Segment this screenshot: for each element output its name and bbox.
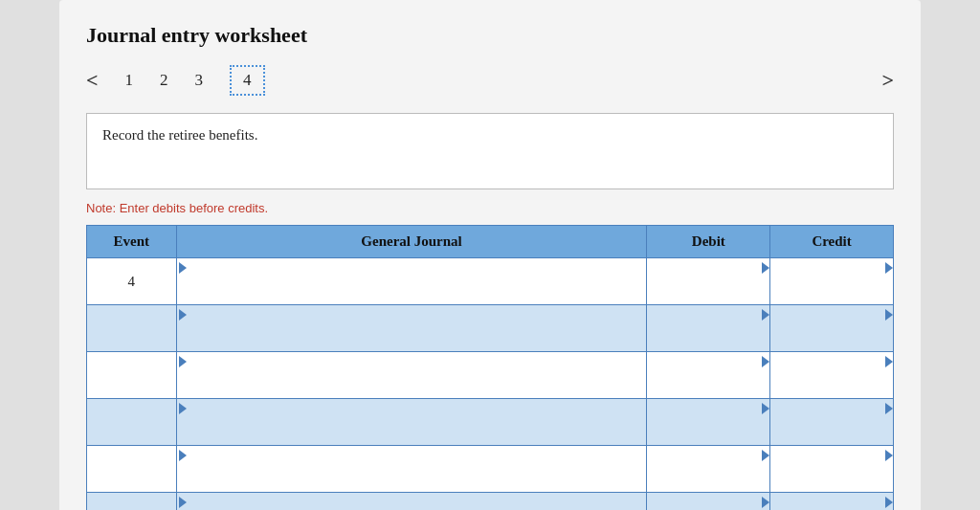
col-header-credit: Credit [770,226,894,258]
debit-input-3[interactable] [647,416,769,445]
table-row-journal-2[interactable] [176,352,647,399]
col-header-event: Event [87,226,177,258]
triangle-icon-journal-4 [179,450,187,461]
debit-input-4[interactable] [647,463,769,492]
table-row-credit-4[interactable] [770,446,894,493]
nav-item-4[interactable]: 4 [230,65,265,96]
journal-input-2[interactable] [177,369,647,398]
table-row-journal-3[interactable] [176,399,647,446]
col-header-journal: General Journal [176,226,647,258]
table-row-debit-5[interactable] [647,493,770,511]
credit-input-2[interactable] [770,369,893,398]
triangle-icon-debit-5 [762,497,769,508]
table-row-credit-5[interactable] [770,493,894,511]
nav-row: < 1 2 3 4 > [86,65,894,96]
table-row-event-4 [87,446,177,493]
note-text: Note: Enter debits before credits. [86,201,894,215]
description-box: Record the retiree benefits. [86,113,894,189]
table-row-debit-1[interactable] [647,305,770,352]
triangle-icon-credit-0 [885,262,893,274]
col-header-debit: Debit [647,226,770,258]
triangle-icon-journal-0 [179,262,187,274]
table-row-debit-3[interactable] [647,399,770,446]
triangle-icon-credit-4 [885,450,893,461]
table-row-credit-3[interactable] [770,399,894,446]
table-row-journal-5[interactable] [176,493,647,511]
table-row-journal-0[interactable] [176,258,647,305]
credit-input-3[interactable] [770,416,893,445]
prev-arrow[interactable]: < [86,68,99,93]
worksheet-container: Journal entry worksheet < 1 2 3 4 > Reco… [59,0,921,510]
journal-input-3[interactable] [177,416,647,445]
journal-table: Event General Journal Debit Credit 4 [86,225,894,510]
credit-input-4[interactable] [770,463,893,492]
journal-input-1[interactable] [177,322,647,351]
table-row-event-2 [87,352,177,399]
triangle-icon-debit-1 [762,309,769,321]
table-row-debit-4[interactable] [647,446,770,493]
triangle-icon-credit-3 [885,403,893,414]
triangle-icon-journal-1 [179,309,187,321]
credit-input-0[interactable] [770,276,893,304]
description-text: Record the retiree benefits. [102,127,257,143]
nav-item-3[interactable]: 3 [195,71,204,90]
table-row-event-1 [87,305,177,352]
triangle-icon-debit-2 [762,356,769,367]
table-row-event-3 [87,399,177,446]
journal-input-0[interactable] [177,276,647,304]
triangle-icon-debit-0 [762,262,769,274]
next-arrow[interactable]: > [881,68,894,93]
journal-input-4[interactable] [177,463,647,492]
triangle-icon-journal-2 [179,356,187,367]
nav-item-1[interactable]: 1 [125,71,134,90]
table-row-credit-2[interactable] [770,352,894,399]
triangle-icon-debit-4 [762,450,769,461]
table-row-credit-1[interactable] [770,305,894,352]
triangle-icon-credit-5 [885,497,893,508]
debit-input-1[interactable] [647,322,769,351]
triangle-icon-credit-2 [885,356,893,367]
triangle-icon-journal-3 [179,403,187,414]
table-row-debit-0[interactable] [647,258,770,305]
worksheet-title: Journal entry worksheet [86,23,894,48]
debit-input-0[interactable] [647,276,769,304]
credit-input-1[interactable] [770,322,893,351]
table-row-event-5 [87,493,177,511]
triangle-icon-debit-3 [762,403,769,414]
triangle-icon-credit-1 [885,309,893,321]
table-row-event-0: 4 [87,258,177,305]
debit-input-2[interactable] [647,369,769,398]
nav-item-2[interactable]: 2 [160,71,168,90]
table-row-credit-0[interactable] [770,258,894,305]
triangle-icon-journal-5 [179,497,187,508]
table-row-journal-4[interactable] [176,446,647,493]
table-row-journal-1[interactable] [176,305,647,352]
table-row-debit-2[interactable] [647,352,770,399]
